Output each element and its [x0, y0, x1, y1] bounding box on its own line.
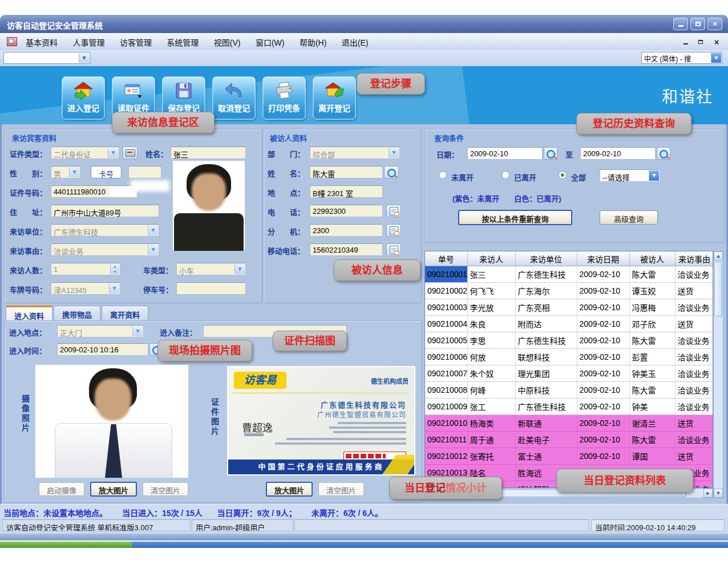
visited-name-input[interactable]: 陈大雷	[310, 166, 383, 178]
table-row[interactable]: 090210005李思广东德生科技 2009-02-10陈大雷洽谈业务	[425, 332, 713, 349]
menu-view[interactable]: 视图(V)	[208, 33, 247, 48]
phone-input[interactable]: 22992300	[310, 205, 383, 217]
col-date[interactable]: 来访日期	[577, 251, 629, 266]
status-filter-combo[interactable]: --请选择 ▼	[600, 169, 660, 182]
chevron-down-icon[interactable]: ▼	[108, 148, 118, 158]
leave-register-button[interactable]: 离开登记	[313, 76, 356, 120]
gender-combo[interactable]: 男 ▼	[51, 166, 80, 178]
stepper-arrows-icon[interactable]: ▲▼	[110, 264, 119, 274]
menu-hr[interactable]: 人事管理	[66, 33, 111, 48]
date-to-input[interactable]: 2009-02-10	[580, 147, 656, 160]
lookup-visited-button[interactable]	[384, 166, 399, 178]
chevron-down-icon[interactable]: ▼	[389, 148, 399, 158]
print-slip-button[interactable]: 打印凭条	[262, 76, 306, 120]
enter-register-button[interactable]: 进入登记	[62, 76, 105, 120]
date-to-picker-button[interactable]	[657, 147, 670, 160]
menu-basic-data[interactable]: 基本资料	[19, 33, 64, 48]
tab-leave-info[interactable]: 离开资料	[102, 306, 148, 320]
menu-system[interactable]: 系统管理	[160, 33, 205, 48]
cert-type-combo[interactable]: 二代身份证 ▼	[51, 147, 119, 159]
table-row[interactable]: 090210009张工广东德生科技 2009-02-10钟美洽谈业务	[425, 399, 713, 415]
zoom-photo-button[interactable]: 放大图片	[90, 482, 137, 497]
quick-select-combo[interactable]: ▼	[3, 52, 90, 64]
radio-all[interactable]	[559, 171, 567, 179]
zoom-card-button[interactable]: 放大图片	[266, 482, 313, 497]
advanced-query-button[interactable]: 高级查询	[600, 210, 658, 225]
table-row[interactable]: 090210004朱良附而达 2009-02-10邓子欣送货	[425, 316, 713, 332]
minimize-button[interactable]	[673, 18, 688, 30]
date-from-picker-button[interactable]	[544, 147, 557, 160]
address-input[interactable]: 广州市中山大道89号	[51, 205, 159, 217]
visit-reason-combo[interactable]: 洽谈业务 ▼	[51, 243, 159, 256]
plate-no-combo[interactable]: 津A12345 ▼	[51, 282, 120, 295]
radio-not-left-label[interactable]: 未离开	[451, 172, 474, 182]
parking-no-input[interactable]	[176, 282, 246, 295]
dial-phone-button[interactable]	[386, 205, 401, 217]
col-reason[interactable]: 来访事由	[675, 251, 713, 266]
radio-left-label[interactable]: 已离开	[514, 172, 536, 182]
chevron-down-icon[interactable]: ▼	[148, 245, 158, 255]
col-order-no[interactable]: 单号	[425, 251, 467, 266]
radio-all-label[interactable]: 全部	[571, 172, 586, 182]
cancel-register-button[interactable]: 取消登记	[212, 76, 256, 120]
scroll-down-icon[interactable]: ▼	[714, 489, 723, 498]
table-row[interactable]: 090210011周于通赴美电子 2009-02-10陈大雷洽谈业务	[425, 432, 713, 448]
menu-help[interactable]: 帮助(H)	[293, 33, 333, 48]
chevron-down-icon[interactable]: ▼	[109, 283, 119, 294]
scroll-up-icon[interactable]: ▲	[714, 251, 723, 261]
col-visited[interactable]: 被访人	[629, 251, 675, 266]
dial-ext-button[interactable]	[386, 224, 401, 237]
radio-not-left[interactable]	[439, 171, 447, 179]
dial-mobile-button[interactable]	[386, 243, 401, 256]
visitor-name-input[interactable]: 张三	[171, 147, 246, 159]
chevron-down-icon[interactable]: ▼	[79, 53, 89, 63]
mobile-input[interactable]: 15602210349	[310, 243, 383, 256]
chevron-down-icon[interactable]: ▼	[69, 167, 79, 177]
start-camera-button[interactable]: 启动摄像	[39, 482, 84, 496]
restore-button[interactable]	[690, 18, 705, 30]
dept-combo[interactable]: 综合部 ▼	[310, 147, 400, 159]
mdi-close-button[interactable]: ×	[711, 38, 722, 47]
menu-window[interactable]: 窗口(W)	[249, 33, 291, 48]
cert-no-input[interactable]: 4401111980010	[51, 185, 137, 198]
table-vertical-scrollbar[interactable]: ▲ ▼	[713, 251, 723, 498]
chevron-down-icon[interactable]: ▼	[132, 326, 143, 336]
read-idcard-button[interactable]	[123, 147, 137, 159]
table-row[interactable]: 090210008何峰中原科技 2009-02-10陈大雷洽谈业务	[425, 382, 713, 399]
radio-left[interactable]	[501, 171, 509, 179]
visitor-count-stepper[interactable]: 1 ▲▼	[51, 263, 120, 275]
table-row[interactable]: 090210002何飞飞广东海尔 2009-02-10谭玉姣送货	[425, 283, 713, 299]
visit-company-combo[interactable]: 广东德生科技 ▼	[51, 224, 159, 237]
table-row[interactable]: 090210007朱个奴理光集团 2009-02-10钟美玉洽谈业务	[425, 365, 713, 382]
chevron-down-icon[interactable]: ▼	[649, 170, 659, 181]
chevron-down-icon[interactable]: ▼	[148, 225, 158, 235]
entry-time-input[interactable]: 2009-02-10 10:16	[57, 343, 148, 356]
scroll-right-icon[interactable]: ►	[703, 489, 713, 498]
language-selector[interactable]: 中文 (简体) - 搜 ▼	[641, 52, 722, 64]
table-row[interactable]: 090210012张寄托富士通 2009-02-10谭国送货	[425, 448, 713, 465]
vertical-scroll-thumb[interactable]	[714, 262, 722, 316]
ext-input[interactable]: 2300	[310, 224, 383, 237]
location-input[interactable]: B幢 2301 室	[310, 185, 383, 198]
chevron-down-icon[interactable]: ▼	[234, 264, 245, 274]
entry-place-combo[interactable]: 正大门 ▼	[57, 325, 144, 338]
col-visitor[interactable]: 来访人	[467, 251, 515, 266]
table-row[interactable]: 090210001张三广东德生科技 2009-02-10陈大雷洽谈业务	[425, 266, 713, 283]
table-row[interactable]: 090210010杨海类新联通 2009-02-10谢清兰送货	[425, 415, 713, 432]
vehicle-type-combo[interactable]: 小车 ▼	[176, 263, 246, 275]
close-button[interactable]: ×	[707, 18, 722, 30]
col-company[interactable]: 来访单位	[515, 251, 577, 266]
menu-visitor[interactable]: 访客管理	[114, 33, 158, 48]
requery-button[interactable]: 按以上条件重新查询	[458, 210, 572, 225]
table-row[interactable]: 090210003李光放广东亮相 2009-02-10冯惠梅洽谈业务	[425, 299, 713, 316]
chevron-down-icon[interactable]: ▼	[711, 53, 721, 63]
table-row[interactable]: 090210006何放联想科技 2009-02-10彭置洽谈业务	[425, 349, 713, 365]
mdi-minimize-button[interactable]	[680, 38, 691, 47]
card-number-button[interactable]: 卡号	[91, 166, 122, 178]
mdi-restore-button[interactable]	[695, 38, 706, 47]
date-from-input[interactable]: 2009-02-10	[467, 147, 543, 160]
menu-exit[interactable]: 退出(E)	[335, 33, 375, 48]
card-number-input[interactable]	[128, 166, 161, 178]
tab-carried-items[interactable]: 携带物品	[54, 306, 100, 320]
clear-photo-button[interactable]: 清空图片	[143, 482, 188, 496]
